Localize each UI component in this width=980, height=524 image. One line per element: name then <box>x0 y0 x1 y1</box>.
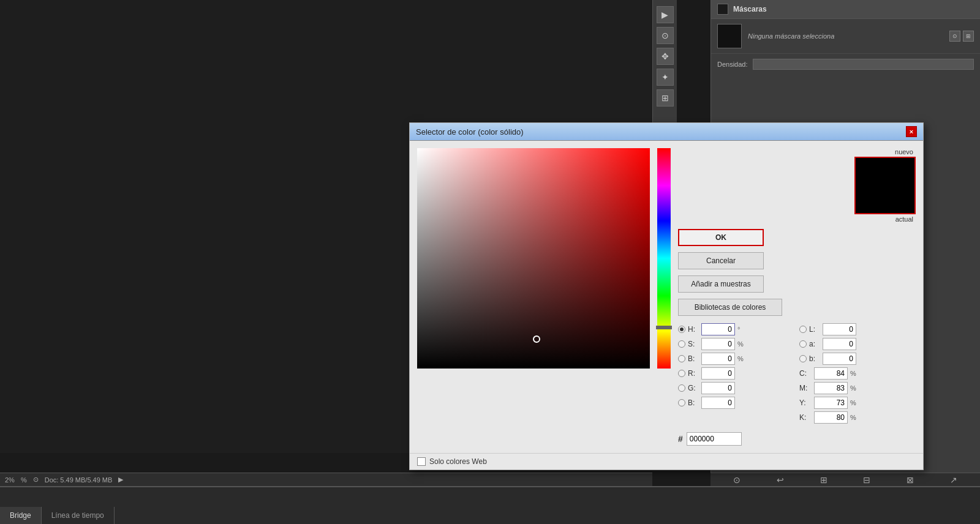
density-row: Densidad: <box>711 54 980 75</box>
radio-G[interactable] <box>678 384 685 392</box>
label-a: a: <box>809 340 820 348</box>
dialog-titlebar: Selector de color (color sólido) × <box>410 123 923 141</box>
field-row-B: B: % <box>678 353 794 365</box>
toolbar-btn-1[interactable]: ⊙ <box>657 27 674 44</box>
zoom-percent-icon: % <box>21 476 27 484</box>
ctrl-btn-2[interactable]: ↩ <box>777 475 784 485</box>
field-row-G: G: <box>678 382 794 394</box>
cmyk-row-Y: Y: % <box>799 397 916 409</box>
cmyk-input-M[interactable] <box>814 382 848 394</box>
panel-header: Máscaras <box>711 0 980 19</box>
label-B: B: <box>688 354 699 363</box>
cmyk-unit-M: % <box>850 384 856 392</box>
input-H[interactable] <box>701 323 735 335</box>
cmyk-input-Y[interactable] <box>814 397 848 409</box>
web-colors-label: Solo colores Web <box>429 457 487 466</box>
zoom-text: 2% <box>5 476 15 484</box>
label-B2: B: <box>688 399 699 407</box>
tab-linea-de-tiempo[interactable]: Línea de tiempo <box>42 507 115 524</box>
gradient-dark <box>417 148 650 369</box>
toolbar-play-btn[interactable]: ▶ <box>657 6 674 23</box>
dialog-title: Selector de color (color sólido) <box>416 127 524 137</box>
web-colors-checkbox[interactable] <box>417 457 426 466</box>
dialog-body: nuevo actual OK Cancelar Añadir a muestr… <box>410 141 923 453</box>
color-preview-new <box>856 158 914 185</box>
gradient-canvas <box>417 148 650 369</box>
panel-header-icon <box>717 4 728 15</box>
ctrl-btn-5[interactable]: ⊠ <box>907 475 914 485</box>
hex-input[interactable] <box>687 432 742 446</box>
radio-R[interactable] <box>678 370 685 377</box>
play-icon: ▶ <box>118 476 123 484</box>
dialog-close-button[interactable]: × <box>906 126 917 137</box>
cmyk-input-K[interactable] <box>814 411 848 424</box>
mask-icon-btn-1[interactable]: ⊙ <box>949 31 960 42</box>
mask-thumbnail <box>717 24 742 48</box>
density-input[interactable] <box>753 59 974 70</box>
field-row-a: a: <box>799 338 916 350</box>
ok-button[interactable]: OK <box>678 229 764 246</box>
bottom-controls: ⊙ ↩ ⊞ ⊟ ⊠ ↗ <box>710 473 980 486</box>
input-S[interactable] <box>701 338 735 350</box>
label-L: L: <box>809 325 820 334</box>
ctrl-btn-1[interactable]: ⊙ <box>733 475 741 485</box>
cmyk-label-Y: Y: <box>799 399 812 407</box>
nuevo-label: nuevo <box>895 148 913 155</box>
label-blab: b: <box>809 354 820 363</box>
mask-item: Ninguna máscara selecciona ⊙ ⊞ <box>711 19 980 54</box>
status-bar: 2% % ⊙ Doc: 5.49 MB/5.49 MB ▶ <box>0 473 652 486</box>
input-L[interactable] <box>823 323 856 335</box>
bibliotecas-button[interactable]: Bibliotecas de colores <box>678 299 782 316</box>
field-row-H: H: ° <box>678 323 794 335</box>
cmyk-input-C[interactable] <box>814 367 848 380</box>
input-B2[interactable] <box>701 397 735 409</box>
toolbar-btn-3[interactable]: ✦ <box>657 69 674 86</box>
cmyk-label-C: C: <box>799 369 812 378</box>
mask-icons: ⊙ ⊞ <box>949 31 974 42</box>
toolbar-btn-4[interactable]: ⊞ <box>657 89 674 107</box>
bottom-tabs: Bridge Línea de tiempo <box>0 486 980 524</box>
hue-bar[interactable] <box>657 148 671 369</box>
input-a[interactable] <box>823 338 856 350</box>
field-row-blab: b: <box>799 353 916 365</box>
ctrl-btn-6[interactable]: ↗ <box>950 475 957 485</box>
fields-left: H: ° S: % B: <box>678 323 794 426</box>
hex-hash: # <box>678 434 683 444</box>
input-R[interactable] <box>701 367 735 380</box>
color-picker-dialog: Selector de color (color sólido) × nuevo <box>409 122 924 470</box>
input-B[interactable] <box>701 353 735 365</box>
field-row-R: R: <box>678 367 794 380</box>
input-blab[interactable] <box>823 353 856 365</box>
toolbar-btn-2[interactable]: ✥ <box>657 48 674 65</box>
radio-blab[interactable] <box>799 355 807 362</box>
ctrl-btn-4[interactable]: ⊟ <box>863 475 870 485</box>
ctrl-btn-3[interactable]: ⊞ <box>820 475 827 485</box>
label-H: H: <box>688 325 699 334</box>
cmyk-row-M: M: % <box>799 382 916 394</box>
cmyk-unit-Y: % <box>850 399 856 406</box>
radio-S[interactable] <box>678 340 685 348</box>
color-gradient-picker[interactable] <box>417 148 650 369</box>
dialog-right: nuevo actual OK Cancelar Añadir a muestr… <box>678 148 916 446</box>
cancelar-button[interactable]: Cancelar <box>678 252 764 269</box>
fields-right: L: a: b: <box>799 323 916 426</box>
input-G[interactable] <box>701 382 735 394</box>
mask-icon-btn-2[interactable]: ⊞ <box>963 31 974 42</box>
añadir-button[interactable]: Añadir a muestras <box>678 275 764 293</box>
radio-L[interactable] <box>799 326 807 333</box>
doc-label: Doc: 5.49 MB/5.49 MB <box>45 476 113 484</box>
mask-label: Ninguna máscara selecciona <box>748 32 949 40</box>
field-row-S: S: % <box>678 338 794 350</box>
label-S: S: <box>688 340 699 348</box>
radio-B[interactable] <box>678 355 685 362</box>
cmyk-label-M: M: <box>799 384 812 392</box>
radio-B2[interactable] <box>678 399 685 406</box>
radio-H[interactable] <box>678 326 685 333</box>
cmyk-unit-K: % <box>850 414 856 421</box>
color-preview-container <box>854 157 916 214</box>
hex-row: # <box>678 432 916 446</box>
radio-a[interactable] <box>799 340 807 348</box>
cmyk-row-K: K: % <box>799 411 916 424</box>
density-label: Densidad: <box>717 61 748 68</box>
tab-bridge[interactable]: Bridge <box>0 507 42 524</box>
